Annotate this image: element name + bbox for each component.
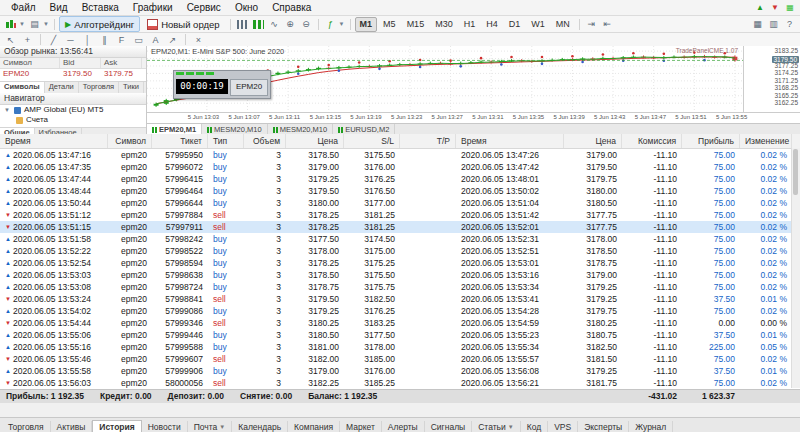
history-column-11[interactable]: Прибыль xyxy=(682,134,740,148)
timeframe-M30[interactable]: M30 xyxy=(430,17,458,32)
horizontal-line-icon[interactable]: ─ xyxy=(63,33,78,46)
price-axis[interactable]: 3183.253180.253177.253174.253171.253168.… xyxy=(743,46,800,112)
toolbox-tab-VPS[interactable]: VPS xyxy=(548,421,578,432)
crosshair-icon[interactable]: + xyxy=(20,33,35,46)
toolbox-tab-Почта[interactable]: Почта▼ xyxy=(188,421,233,432)
scrollbar-thumb[interactable] xyxy=(793,149,798,195)
history-column-0[interactable]: Время xyxy=(0,134,108,148)
table-row[interactable]: ▲2020.06.05 13:51:58epm2057998242buy3317… xyxy=(0,233,800,245)
toolbox-tab-Активы[interactable]: Активы xyxy=(51,421,93,432)
table-row[interactable]: ▲2020.06.05 13:53:03epm2057998638buy3317… xyxy=(0,269,800,281)
timeframe-H1[interactable]: H1 xyxy=(459,17,481,32)
history-column-12[interactable]: Изменение xyxy=(740,134,792,148)
channel-icon[interactable]: ∥ xyxy=(97,33,112,46)
table-row[interactable]: ▲2020.06.05 13:55:58epm2057999906buy3317… xyxy=(0,365,800,377)
toolbox-tab-Новости[interactable]: Новости xyxy=(142,421,188,432)
cascade-windows-icon[interactable]: ▥ xyxy=(766,18,781,31)
zoom-out-icon[interactable]: ⊖ xyxy=(299,18,314,31)
toolbox-tab-Статьи[interactable]: Статьи▼ xyxy=(472,421,521,432)
mw-symbol-row[interactable]: EPM203179.503179.75 xyxy=(0,69,146,79)
table-row[interactable]: ▲2020.06.05 13:47:16epm2057995950buy3317… xyxy=(0,149,800,161)
table-row[interactable]: ▼2020.06.05 13:55:46epm2057999607sell331… xyxy=(0,353,800,365)
mw-tab-Тики[interactable]: Тики xyxy=(119,82,144,93)
table-row[interactable]: ▲2020.06.05 13:52:22epm2057998522buy3317… xyxy=(0,245,800,257)
toolbox-tab-Журнал[interactable]: Журнал xyxy=(629,421,673,432)
table-row[interactable]: ▲2020.06.05 13:55:16epm2057999588buy3318… xyxy=(0,341,800,353)
history-column-3[interactable]: Тип xyxy=(208,134,244,148)
vertical-line-icon[interactable]: │ xyxy=(80,33,95,46)
uptick-icon[interactable]: ▲ xyxy=(754,3,766,13)
help-icon[interactable]: ? xyxy=(782,18,797,31)
chart-shift-icon[interactable]: ⇤ xyxy=(600,18,615,31)
chevron-down-icon[interactable]: ▼ xyxy=(339,21,346,27)
table-row[interactable]: ▼2020.06.05 13:51:15epm2057997911sell331… xyxy=(0,221,800,233)
mw-tab-Торговля[interactable]: Торговля xyxy=(79,82,119,93)
mw-column-Ask[interactable]: Ask xyxy=(101,58,142,68)
toolbox-tab-Маркет[interactable]: Маркет xyxy=(340,421,382,432)
navigator-root-item[interactable]: ▼ AMP Global (EU) MT5 xyxy=(0,105,146,115)
time-axis[interactable]: 5 Jun 13:035 Jun 13:075 Jun 13:115 Jun 1… xyxy=(147,112,800,123)
timeframe-M15[interactable]: M15 xyxy=(402,17,430,32)
cursor-icon[interactable]: ↖ xyxy=(3,33,18,46)
table-row[interactable]: ▲2020.06.05 13:53:08epm2057998724buy3317… xyxy=(0,281,800,293)
rectangle-icon[interactable]: ▭ xyxy=(131,33,146,46)
history-column-4[interactable]: Объем xyxy=(244,134,286,148)
chevron-down-icon[interactable]: ▼ xyxy=(43,21,50,27)
mw-tab-Детали[interactable]: Детали xyxy=(45,82,79,93)
timeframe-M1[interactable]: M1 xyxy=(355,17,378,32)
bar-chart-icon[interactable] xyxy=(235,18,250,31)
table-row[interactable]: ▼2020.06.05 13:51:12epm2057997884sell331… xyxy=(0,209,800,221)
table-row[interactable]: ▲2020.06.05 13:47:44epm2057996415buy3317… xyxy=(0,173,800,185)
mw-tab-Символы[interactable]: Символы xyxy=(0,82,45,93)
table-row[interactable]: ▲2020.06.05 13:50:44epm2057996644buy3318… xyxy=(0,197,800,209)
trendline-icon[interactable]: ╱ xyxy=(46,33,61,46)
toolbox-tab-Код[interactable]: Код xyxy=(521,421,548,432)
new-order-button[interactable]: Новый ордер xyxy=(141,16,225,32)
menu-item-Графики[interactable]: Графики xyxy=(126,1,180,14)
downtick-icon[interactable]: ▼ xyxy=(769,3,781,13)
history-column-9[interactable]: Цена xyxy=(564,134,622,148)
toolbox-tab-Компания[interactable]: Компания xyxy=(288,421,340,432)
history-scrollbar[interactable] xyxy=(791,148,800,388)
history-header-row[interactable]: ВремяСимволТикетТипОбъемЦенаS/LT/PВремяЦ… xyxy=(0,134,800,149)
toolbox-tab-История[interactable]: История xyxy=(92,420,141,432)
navigator-accounts-item[interactable]: Счета xyxy=(0,115,146,125)
timeframe-MN[interactable]: MN xyxy=(551,17,575,32)
table-row[interactable]: ▼2020.06.05 13:53:24epm2057998841sell331… xyxy=(0,293,800,305)
toolbox-tab-Торговля[interactable]: Торговля xyxy=(2,421,51,432)
table-row[interactable]: ▼2020.06.05 13:56:03epm2058000056sell331… xyxy=(0,377,800,389)
text-icon[interactable]: A xyxy=(148,33,163,46)
tile-windows-icon[interactable]: ▦ xyxy=(750,18,765,31)
toolbox-tab-Эксперты[interactable]: Эксперты xyxy=(578,421,629,432)
history-column-8[interactable]: Время xyxy=(456,134,564,148)
timeframe-D1[interactable]: D1 xyxy=(504,17,526,32)
table-row[interactable]: ▼2020.06.05 13:54:44epm2057999346sell331… xyxy=(0,317,800,329)
fibonacci-icon[interactable]: F xyxy=(114,33,129,46)
line-chart-icon[interactable]: ∿ xyxy=(267,18,282,31)
table-row[interactable]: ▲2020.06.05 13:55:06epm2057999446buy3318… xyxy=(0,329,800,341)
grid-icon[interactable]: ▦ xyxy=(784,3,796,13)
algotrading-button[interactable]: ▶ Алготрейдинг xyxy=(59,16,140,32)
table-row[interactable]: ▲2020.06.05 13:48:44epm2057996464buy3317… xyxy=(0,185,800,197)
candlestick-chart-icon[interactable] xyxy=(251,18,266,31)
timeframe-H4[interactable]: H4 xyxy=(481,17,503,32)
history-column-7[interactable]: T/P xyxy=(400,134,456,148)
new-chart-icon[interactable] xyxy=(3,18,18,31)
indicators-icon[interactable]: ƒ xyxy=(323,18,338,31)
chevron-down-icon[interactable]: ▼ xyxy=(19,21,26,27)
menu-item-Справка[interactable]: Справка xyxy=(265,1,318,14)
history-column-2[interactable]: Тикет xyxy=(152,134,208,148)
history-column-10[interactable]: Комиссия xyxy=(622,134,682,148)
mw-column-Символ[interactable]: Символ xyxy=(0,58,60,68)
autoscroll-icon[interactable]: ⇥ xyxy=(584,18,599,31)
history-column-5[interactable]: Цена xyxy=(286,134,344,148)
history-column-6[interactable]: S/L xyxy=(344,134,400,148)
menu-item-Вставка[interactable]: Вставка xyxy=(75,1,126,14)
menu-item-Файл[interactable]: Файл xyxy=(4,1,43,14)
zoom-in-icon[interactable]: ⊕ xyxy=(283,18,298,31)
table-row[interactable]: ▲2020.06.05 13:47:35epm2057996072buy3317… xyxy=(0,161,800,173)
timeframe-W1[interactable]: W1 xyxy=(526,17,550,32)
toolbox-tab-Календарь[interactable]: Календарь xyxy=(232,421,288,432)
tree-expand-icon[interactable]: ▼ xyxy=(4,105,11,115)
timer-symbol-button[interactable]: EPM20 xyxy=(230,79,268,96)
